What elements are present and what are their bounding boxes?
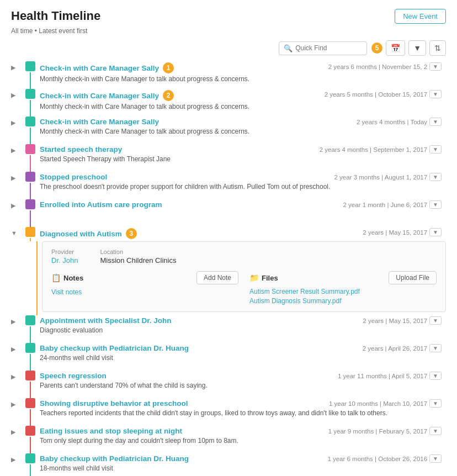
upload-file-button[interactable]: Upload File — [389, 271, 437, 284]
event-title[interactable]: Stopped preschool — [40, 173, 107, 181]
event-color-indicator — [25, 61, 35, 71]
event-color-indicator — [25, 227, 35, 237]
event-color-indicator — [25, 315, 35, 325]
event-dropdown-button[interactable]: ▼ — [429, 90, 442, 98]
event-title[interactable]: Baby checkup with Pediatrician Dr. Huang — [40, 454, 189, 463]
timeline-item: ▶Showing disruptive behavior at preschoo… — [11, 398, 446, 426]
subtitle: All time • Latest event first — [11, 27, 446, 35]
event-title[interactable]: Baby checkup with Pediatrician Dr. Huang — [40, 344, 189, 352]
expanded-panel: ProviderDr. JohnLocationMission Children… — [42, 241, 446, 312]
timeline-item: ▶Stopped preschool2 year 3 months | Augu… — [11, 172, 446, 199]
event-meta: 2 years | May 15, 2017 — [363, 318, 427, 324]
event-description: Tom only slept during the day and couldn… — [40, 436, 442, 446]
event-title[interactable]: Appointment with Specialist Dr. John — [40, 316, 172, 325]
event-dropdown-button[interactable]: ▼ — [429, 173, 442, 181]
event-dropdown-button[interactable]: ▼ — [429, 200, 442, 209]
event-meta: 2 year 3 months | August 1, 2017 — [334, 174, 428, 181]
event-description: Diagnostic evaluation — [40, 326, 442, 335]
search-badge: 5 — [371, 43, 382, 54]
timeline-connector-line — [30, 326, 31, 343]
event-description: Monthly check-in with Care Manager to ta… — [40, 127, 442, 136]
event-dropdown-button[interactable]: ▼ — [429, 427, 442, 435]
event-dropdown-button[interactable]: ▼ — [429, 454, 442, 463]
event-color-indicator — [25, 172, 35, 182]
event-dropdown-button[interactable]: ▼ — [429, 62, 442, 71]
expand-button[interactable]: ▶ — [11, 429, 15, 436]
event-color-indicator — [25, 89, 35, 99]
event-color-indicator — [25, 343, 35, 353]
event-title[interactable]: Speech regression — [40, 372, 107, 380]
add-note-button[interactable]: Add Note — [196, 271, 238, 284]
timeline-connector-line — [30, 238, 31, 241]
expand-button[interactable]: ▶ — [11, 92, 15, 99]
event-description: Monthly check-in with Care Manager to ta… — [40, 102, 442, 112]
timeline-connector-line — [30, 100, 31, 117]
event-color-indicator — [25, 144, 35, 154]
timeline-item: ▶Speech regression1 year 11 months | Apr… — [11, 371, 446, 398]
event-description: 18-months well child visit — [40, 464, 442, 473]
event-title[interactable]: Check-in with Care Manager Sally — [40, 92, 159, 100]
expand-button[interactable]: ▶ — [11, 373, 15, 380]
event-dropdown-button[interactable]: ▼ — [429, 228, 442, 236]
event-meta: 1 year 11 months | April 5, 2017 — [338, 373, 427, 379]
expand-button[interactable]: ▼ — [11, 230, 17, 236]
files-icon: 📁 — [249, 273, 259, 282]
timeline-connector-line — [30, 464, 31, 476]
event-dropdown-button[interactable]: ▼ — [429, 118, 442, 126]
event-meta: 2 years 6 months | November 15, 2 — [328, 64, 427, 70]
expand-button[interactable]: ▶ — [11, 456, 15, 463]
event-description: 24-months well child visit — [40, 353, 442, 363]
sort-icon-button[interactable]: ⇅ — [429, 40, 446, 56]
event-title[interactable]: Check-in with Care Manager Sally — [40, 118, 159, 126]
visit-notes-link[interactable]: Visit notes — [51, 288, 82, 296]
location-value: Mission Children Clinics — [100, 256, 176, 265]
event-description: Monthly check-in with Care Manager to ta… — [40, 75, 442, 84]
search-icon: 🔍 — [284, 44, 293, 52]
search-input[interactable] — [295, 44, 362, 52]
event-title[interactable]: Diagnosed with Autism — [40, 230, 122, 238]
event-color-indicator — [25, 398, 35, 408]
event-dropdown-button[interactable]: ▼ — [429, 372, 442, 380]
provider-label: Provider — [51, 248, 78, 255]
event-dropdown-button[interactable]: ▼ — [429, 344, 442, 352]
toolbar-row: 🔍 5 📅 ▼ ⇅ — [11, 40, 446, 56]
expand-button[interactable]: ▶ — [11, 202, 15, 209]
location-label: Location — [100, 248, 176, 255]
event-dropdown-button[interactable]: ▼ — [429, 399, 442, 408]
expand-button[interactable]: ▶ — [11, 174, 15, 182]
event-title[interactable]: Started speech therapy — [40, 145, 122, 154]
expand-button[interactable]: ▶ — [11, 119, 15, 126]
notes-icon: 📋 — [51, 273, 61, 282]
new-event-button[interactable]: New Event — [395, 9, 446, 24]
expand-button[interactable]: ▶ — [11, 401, 15, 408]
filter-icon-button[interactable]: ▼ — [408, 40, 426, 56]
event-description: Started Speech Therapy with Therapist Ja… — [40, 155, 442, 164]
timeline-item: ▶Check-in with Care Manager Sally2 years… — [11, 117, 446, 144]
event-dropdown-button[interactable]: ▼ — [429, 316, 442, 325]
file-link[interactable]: Autism Screener Result Summary.pdf — [249, 288, 437, 295]
event-title[interactable]: Enrolled into Autism care program — [40, 200, 162, 209]
expand-button[interactable]: ▶ — [11, 318, 15, 325]
event-title[interactable]: Check-in with Care Manager Sally — [40, 64, 159, 72]
annotation-badge: 3 — [126, 228, 137, 239]
notes-section-title: Notes — [63, 274, 83, 282]
timeline-item: ▶Baby checkup with Pediatrician Dr. Huan… — [11, 343, 446, 371]
timeline: ▶Check-in with Care Manager Sally12 year… — [11, 61, 446, 476]
page-title: Health Timeline — [11, 9, 100, 23]
timeline-item: ▶Started speech therapy2 years 4 months … — [11, 144, 446, 172]
provider-value[interactable]: Dr. John — [51, 256, 78, 265]
file-link[interactable]: Autism Diagnosis Summary.pdf — [249, 297, 437, 305]
event-title[interactable]: Eating issues and stop sleeping at night — [40, 427, 182, 435]
event-color-indicator — [25, 426, 35, 436]
event-dropdown-button[interactable]: ▼ — [429, 145, 442, 154]
expand-button[interactable]: ▶ — [11, 346, 15, 353]
timeline-connector-line — [30, 382, 31, 398]
timeline-connector-line — [30, 210, 31, 227]
page-container: Health Timeline New Event All time • Lat… — [0, 0, 457, 476]
event-color-indicator — [25, 199, 35, 209]
expand-button[interactable]: ▶ — [11, 64, 15, 71]
event-title[interactable]: Showing disruptive behavior at preschool — [40, 399, 188, 408]
expand-button[interactable]: ▶ — [11, 147, 15, 154]
event-meta: 2 years | May 15, 2017 — [363, 229, 427, 236]
calendar-icon-button[interactable]: 📅 — [386, 40, 405, 56]
